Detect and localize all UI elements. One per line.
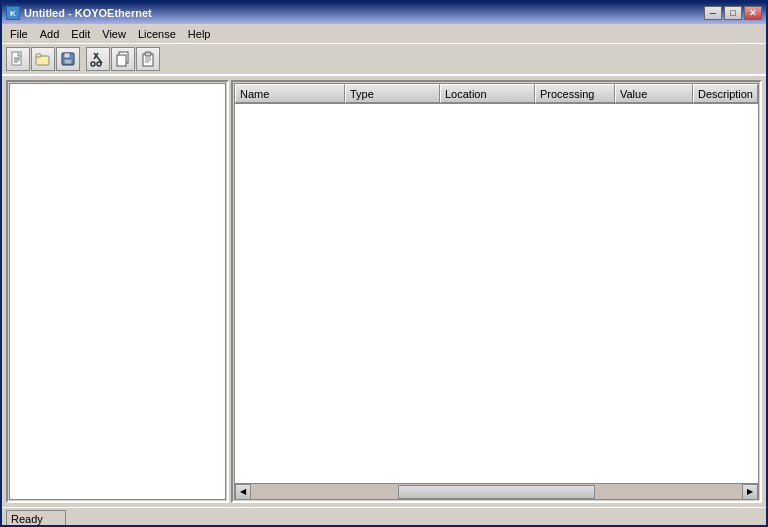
new-icon bbox=[10, 51, 26, 67]
col-header-type[interactable]: Type bbox=[345, 84, 440, 103]
minimize-button[interactable]: ─ bbox=[704, 6, 722, 20]
paste-icon bbox=[140, 51, 156, 67]
col-header-location[interactable]: Location bbox=[440, 84, 535, 103]
left-panel bbox=[6, 80, 229, 503]
scroll-left-button[interactable]: ◀ bbox=[235, 484, 251, 500]
open-button[interactable] bbox=[31, 47, 55, 71]
copy-icon bbox=[115, 51, 131, 67]
svg-rect-16 bbox=[145, 52, 151, 56]
close-button[interactable]: ✕ bbox=[744, 6, 762, 20]
svg-point-11 bbox=[91, 62, 95, 66]
menu-help[interactable]: Help bbox=[182, 26, 217, 42]
title-left: K Untitled - KOYOEthernet bbox=[6, 6, 152, 20]
right-panel-inner: Name Type Location Processing Value Desc… bbox=[234, 83, 759, 500]
paste-button[interactable] bbox=[136, 47, 160, 71]
col-header-processing[interactable]: Processing bbox=[535, 84, 615, 103]
cut-icon bbox=[90, 51, 106, 67]
open-icon bbox=[35, 51, 51, 67]
menu-view[interactable]: View bbox=[96, 26, 132, 42]
cut-button[interactable] bbox=[86, 47, 110, 71]
svg-rect-7 bbox=[64, 53, 70, 58]
menu-file[interactable]: File bbox=[4, 26, 34, 42]
panels-wrapper: Name Type Location Processing Value Desc… bbox=[2, 76, 766, 507]
svg-rect-5 bbox=[36, 54, 41, 57]
menu-license[interactable]: License bbox=[132, 26, 182, 42]
svg-point-12 bbox=[97, 62, 101, 66]
save-button[interactable] bbox=[56, 47, 80, 71]
right-panel: Name Type Location Processing Value Desc… bbox=[231, 80, 762, 503]
app-icon: K bbox=[6, 6, 20, 20]
toolbar bbox=[2, 44, 766, 76]
table-header: Name Type Location Processing Value Desc… bbox=[235, 84, 758, 104]
svg-rect-8 bbox=[64, 59, 72, 64]
save-icon bbox=[60, 51, 76, 67]
col-header-description[interactable]: Description bbox=[693, 84, 758, 103]
title-bar: K Untitled - KOYOEthernet ─ □ ✕ bbox=[2, 2, 766, 24]
new-button[interactable] bbox=[6, 47, 30, 71]
h-scrollbar[interactable]: ◀ ▶ bbox=[235, 483, 758, 499]
title-text: Untitled - KOYOEthernet bbox=[24, 7, 152, 19]
svg-rect-14 bbox=[117, 55, 126, 66]
menu-edit[interactable]: Edit bbox=[65, 26, 96, 42]
left-panel-inner bbox=[9, 83, 226, 500]
status-text: Ready bbox=[6, 510, 66, 528]
status-bar: Ready bbox=[2, 507, 766, 527]
app-icon-label: K bbox=[10, 9, 16, 18]
menu-add[interactable]: Add bbox=[34, 26, 66, 42]
scroll-thumb[interactable] bbox=[398, 485, 594, 499]
scroll-track[interactable] bbox=[251, 484, 742, 500]
restore-button[interactable]: □ bbox=[724, 6, 742, 20]
col-header-name[interactable]: Name bbox=[235, 84, 345, 103]
window-controls: ─ □ ✕ bbox=[704, 6, 762, 20]
window-frame: K Untitled - KOYOEthernet ─ □ ✕ File Add… bbox=[0, 0, 768, 527]
menu-bar: File Add Edit View License Help bbox=[2, 24, 766, 44]
table-body bbox=[235, 104, 758, 483]
copy-button[interactable] bbox=[111, 47, 135, 71]
col-header-value[interactable]: Value bbox=[615, 84, 693, 103]
scroll-right-button[interactable]: ▶ bbox=[742, 484, 758, 500]
